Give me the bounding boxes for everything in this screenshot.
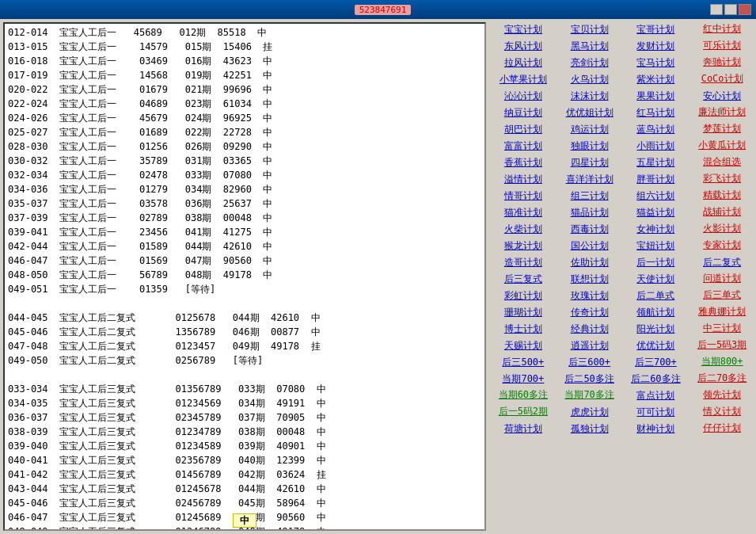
plan-link[interactable]: 后一5码2期 — [491, 405, 556, 420]
plan-link[interactable]: 红中计划 — [690, 22, 754, 37]
plan-link[interactable]: 传奇计划 — [557, 305, 622, 320]
plan-link[interactable]: 珊瑚计划 — [491, 305, 556, 320]
plan-link[interactable]: 宝贝计划 — [557, 22, 622, 37]
plan-link[interactable]: 联想计划 — [557, 272, 622, 287]
plan-link[interactable]: 四星计划 — [557, 155, 622, 170]
plan-link[interactable]: 佐助计划 — [557, 255, 622, 270]
plan-link[interactable]: 财神计划 — [624, 421, 689, 437]
plan-link[interactable]: 沫沫计划 — [557, 89, 622, 104]
plan-link[interactable]: 猫准计划 — [491, 205, 556, 220]
plan-link[interactable]: 领先计划 — [690, 388, 754, 403]
plan-link[interactable]: 后二复式 — [690, 255, 754, 270]
plan-link[interactable]: 宝马计划 — [624, 55, 689, 71]
plan-link[interactable]: 后三600+ — [557, 355, 622, 370]
plan-link[interactable]: 后一5码3期 — [690, 338, 754, 353]
plan-link[interactable]: 天使计划 — [624, 272, 689, 287]
plan-link[interactable]: 女神计划 — [624, 222, 689, 237]
plan-link[interactable]: 组六计划 — [624, 189, 689, 204]
plan-link[interactable]: 雅典娜计划 — [690, 305, 754, 320]
plan-link[interactable]: 优优姐计划 — [557, 105, 622, 120]
plan-link[interactable]: 猫品计划 — [557, 205, 622, 220]
plan-link[interactable]: 黑马计划 — [557, 39, 622, 54]
plan-link[interactable]: 孤独计划 — [557, 421, 622, 437]
plan-link[interactable]: 独眼计划 — [557, 139, 622, 154]
plan-link[interactable]: 胡巴计划 — [491, 122, 556, 137]
plan-link[interactable]: 五星计划 — [624, 155, 689, 170]
plan-link[interactable]: 宝妞计划 — [624, 238, 689, 254]
plan-link[interactable]: 后一计划 — [624, 255, 689, 270]
plan-link[interactable]: 情义计划 — [690, 405, 754, 420]
plan-link[interactable]: 可可计划 — [624, 405, 689, 420]
plan-link[interactable]: 安心计划 — [690, 89, 754, 104]
plan-link[interactable]: 彩虹计划 — [491, 288, 556, 303]
plan-link[interactable]: 紫米计划 — [624, 72, 689, 87]
plan-link[interactable]: 专家计划 — [690, 238, 754, 254]
plan-link[interactable]: 蓝鸟计划 — [624, 122, 689, 137]
plan-link[interactable]: 胖哥计划 — [624, 172, 689, 187]
plan-link[interactable]: 当期800+ — [690, 355, 754, 370]
plan-link[interactable]: 红马计划 — [624, 105, 689, 120]
plan-link[interactable]: 领航计划 — [624, 305, 689, 320]
plan-link[interactable]: 国公计划 — [557, 238, 622, 254]
plan-link[interactable]: 小黄瓜计划 — [690, 139, 754, 154]
plan-link[interactable]: 造哥计划 — [491, 255, 556, 270]
plan-link[interactable]: 后二50多注 — [557, 372, 622, 387]
plan-link[interactable]: 奔驰计划 — [690, 55, 754, 71]
plan-link[interactable]: 发财计划 — [624, 39, 689, 54]
plan-text-area[interactable]: 012-014 宝宝人工后一 45689 012期 85518 中 013-01… — [5, 24, 484, 529]
plan-link[interactable]: 沁沁计划 — [491, 89, 556, 104]
plan-link[interactable]: 仔仔计划 — [690, 421, 754, 437]
plan-link[interactable]: 果果计划 — [624, 89, 689, 104]
plan-link[interactable]: 西毒计划 — [557, 222, 622, 237]
plan-link[interactable]: 廉法师计划 — [690, 105, 754, 120]
plan-link[interactable]: 天赐计划 — [491, 338, 556, 353]
plan-link[interactable]: 组三计划 — [557, 189, 622, 204]
plan-link[interactable]: 后二70多注 — [690, 372, 754, 387]
plan-link[interactable]: 溢情计划 — [491, 172, 556, 187]
plan-link[interactable]: 问道计划 — [690, 272, 754, 287]
plan-link[interactable]: 逍遥计划 — [557, 338, 622, 353]
plan-link[interactable]: 阳光计划 — [624, 322, 689, 337]
plan-link[interactable]: 虎虎计划 — [557, 405, 622, 420]
plan-link[interactable]: CoCo计划 — [690, 72, 754, 87]
plan-link[interactable]: 小苹果计划 — [491, 72, 556, 87]
plan-link[interactable]: 精载计划 — [690, 189, 754, 204]
plan-link[interactable]: 猫益计划 — [624, 205, 689, 220]
plan-link[interactable]: 富富计划 — [491, 139, 556, 154]
close-button[interactable] — [739, 4, 751, 15]
plan-link[interactable]: 纳豆计划 — [491, 105, 556, 120]
plan-link[interactable]: 亮剑计划 — [557, 55, 622, 71]
plan-link[interactable]: 可乐计划 — [690, 39, 754, 54]
maximize-button[interactable] — [724, 4, 737, 15]
plan-link[interactable]: 猴龙计划 — [491, 238, 556, 254]
plan-link[interactable]: 当期60多注 — [491, 388, 556, 403]
plan-link[interactable]: 鸡运计划 — [557, 122, 622, 137]
plan-link[interactable]: 东风计划 — [491, 39, 556, 54]
plan-link[interactable]: 中三计划 — [690, 322, 754, 337]
plan-link[interactable]: 富点计划 — [624, 388, 689, 403]
plan-link[interactable]: 后三单式 — [690, 288, 754, 303]
plan-link[interactable]: 后三复式 — [491, 272, 556, 287]
plan-link[interactable]: 经典计划 — [557, 322, 622, 337]
plan-link[interactable]: 荷塘计划 — [491, 421, 556, 437]
plan-link[interactable]: 宝宝计划 — [491, 22, 556, 37]
plan-link[interactable]: 当期700+ — [491, 372, 556, 387]
plan-link[interactable]: 混合组选 — [690, 155, 754, 170]
plan-link[interactable]: 小雨计划 — [624, 139, 689, 154]
plan-link[interactable]: 情哥计划 — [491, 189, 556, 204]
plan-link[interactable]: 火影计划 — [690, 222, 754, 237]
plan-link[interactable]: 宝哥计划 — [624, 22, 689, 37]
plan-link[interactable]: 彩飞计划 — [690, 172, 754, 187]
plan-link[interactable]: 战辅计划 — [690, 205, 754, 220]
plan-link[interactable]: 拉风计划 — [491, 55, 556, 71]
plan-link[interactable]: 优优计划 — [624, 338, 689, 353]
plan-link[interactable]: 火柴计划 — [491, 222, 556, 237]
plan-link[interactable]: 香蕉计划 — [491, 155, 556, 170]
plan-link[interactable]: 梦莲计划 — [690, 122, 754, 137]
plan-link[interactable]: 当期70多注 — [557, 388, 622, 403]
plan-link[interactable]: 后二单式 — [624, 288, 689, 303]
plan-link[interactable]: 火鸟计划 — [557, 72, 622, 87]
plan-link[interactable]: 博士计划 — [491, 322, 556, 337]
plan-link[interactable]: 后二60多注 — [624, 372, 689, 387]
plan-link[interactable]: 后三500+ — [491, 355, 556, 370]
